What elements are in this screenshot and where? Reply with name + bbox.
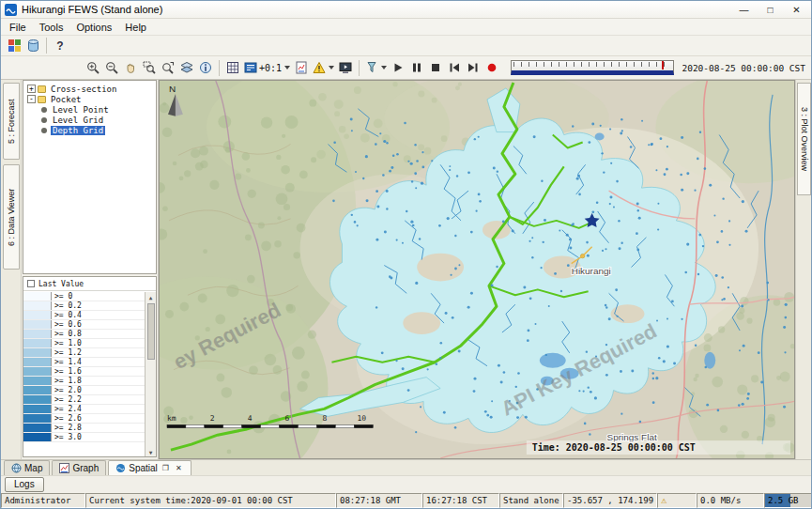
legend-row[interactable]: >= 1.6	[23, 367, 145, 377]
export-animation-button[interactable]	[363, 61, 389, 74]
layers-button[interactable]	[177, 58, 196, 77]
tree-item-level-point[interactable]: Level Point	[25, 104, 156, 115]
legend-row[interactable]: >= 0.6	[23, 320, 145, 330]
tab-data-viewer[interactable]: 6 : Data Viewer	[3, 164, 20, 270]
menu-tools[interactable]: Tools	[34, 20, 71, 35]
time-slider-marker[interactable]	[662, 61, 664, 69]
legend-row[interactable]: >= 2.4	[23, 405, 145, 414]
expand-icon[interactable]: +	[27, 85, 36, 93]
legend-label: >= 0.8	[52, 330, 82, 338]
float-panel-icon[interactable]: ❐	[161, 463, 171, 473]
toolbar-separator	[46, 38, 47, 54]
pan-hand-button[interactable]	[121, 58, 140, 77]
left-tab-strip: 5 : Forecast 6 : Data Viewer	[1, 80, 22, 459]
legend-row[interactable]: >= 2.8	[23, 424, 145, 433]
legend-label: >= 0.2	[52, 301, 82, 310]
node-dot-icon	[41, 128, 47, 133]
time-slider[interactable]	[511, 60, 674, 75]
chevron-down-icon	[381, 66, 387, 69]
chart-icon	[59, 463, 69, 473]
legend-row[interactable]: >= 2.2	[23, 395, 145, 405]
tree-item-cross-section[interactable]: + Cross-section	[25, 84, 156, 94]
menu-help[interactable]: Help	[119, 20, 154, 35]
legend-row[interactable]: >= 1.2	[23, 348, 145, 358]
legend-swatch	[23, 348, 52, 357]
tab-spatial[interactable]: Spatial ❐ ✕	[108, 460, 192, 475]
spatial-icon	[115, 463, 126, 473]
animation-display-button[interactable]	[336, 58, 355, 77]
legend-label: >= 1.2	[52, 348, 82, 357]
legend-row[interactable]: >= 2.6	[23, 414, 145, 424]
maximize-button[interactable]: □	[758, 2, 783, 18]
status-memory[interactable]: 2.5 GB	[764, 493, 812, 508]
status-warning[interactable]: ⚠	[657, 493, 697, 508]
tree-item-pocket[interactable]: - Pocket	[25, 94, 156, 104]
menu-options[interactable]: Options	[70, 20, 119, 35]
legend-row[interactable]: >= 1.4	[23, 358, 145, 367]
pause-button[interactable]	[407, 58, 426, 77]
help-button[interactable]: ?	[51, 37, 69, 55]
info-button[interactable]	[196, 58, 215, 77]
step-back-button[interactable]	[445, 58, 464, 77]
map-canvas[interactable]: ey Required API Key Required Hikurangi S…	[160, 81, 794, 458]
map-label-hikurangi: Hikurangi	[572, 266, 611, 276]
legend-row[interactable]: >= 1.0	[23, 339, 145, 348]
close-button[interactable]: ✕	[784, 2, 809, 18]
scroll-up-icon[interactable]: ▲	[149, 292, 153, 301]
legend-label: >= 2.0	[52, 386, 82, 394]
thresholds-warning-button[interactable]	[311, 61, 336, 74]
legend-row[interactable]: >= 0.4	[23, 311, 145, 320]
tab-graph[interactable]: Graph	[52, 460, 106, 475]
legend-swatch	[23, 433, 52, 441]
data-viewer-panel: + Cross-section - Pocket Level Point Lev…	[22, 80, 159, 459]
logs-button[interactable]: Logs	[5, 477, 44, 492]
tab-plot-overview[interactable]: 3 : Plot Overview	[797, 83, 811, 195]
zoom-extent-button[interactable]	[159, 58, 177, 77]
svg-text:2: 2	[210, 414, 215, 423]
current-time-label: 2020-08-25 00:00:00 CST	[682, 63, 807, 73]
legend-header: Last Value	[23, 277, 156, 291]
stop-button[interactable]	[426, 58, 445, 77]
svg-text:10: 10	[357, 414, 366, 423]
tab-forecast[interactable]: 5 : Forecast	[3, 83, 20, 160]
svg-text:8: 8	[322, 414, 327, 423]
map-time-label: Time: 2020-08-25 00:00:00 CST	[527, 440, 790, 455]
step-forward-button[interactable]	[464, 58, 483, 77]
scrollbar-thumb[interactable]	[147, 303, 155, 360]
legend-label: >= 1.0	[52, 339, 82, 347]
zoom-in-button[interactable]	[84, 58, 102, 77]
record-button[interactable]	[483, 58, 501, 77]
play-button[interactable]	[389, 58, 407, 77]
legend-row[interactable]: >= 0	[23, 292, 145, 301]
close-panel-icon[interactable]: ✕	[174, 463, 184, 473]
tree-item-level-grid[interactable]: Level Grid	[25, 115, 156, 125]
legend-row[interactable]: >= 0.8	[23, 330, 145, 339]
legend-row[interactable]: >= 2.0	[23, 386, 145, 395]
time-interval-selector[interactable]: +0:1	[242, 61, 292, 74]
profile-chart-button[interactable]	[292, 58, 311, 77]
collapse-icon[interactable]: -	[27, 95, 36, 103]
database-icon[interactable]	[23, 37, 42, 55]
tree-item-label: Level Point	[51, 105, 111, 115]
legend-scrollbar[interactable]: ▲ ▼	[145, 292, 156, 456]
tab-label: Spatial	[129, 463, 158, 473]
grid-display-button[interactable]	[223, 58, 242, 77]
legend-label: >= 0.6	[52, 320, 82, 329]
zoom-rectangle-button[interactable]	[140, 58, 159, 77]
tree-item-depth-grid[interactable]: Depth Grid	[25, 125, 156, 135]
menu-file[interactable]: File	[4, 20, 34, 35]
explorer-icon[interactable]	[5, 37, 23, 55]
tab-label: Graph	[72, 463, 99, 473]
last-value-checkbox[interactable]	[27, 280, 35, 287]
zoom-out-button[interactable]	[102, 58, 121, 77]
minimize-button[interactable]: —	[731, 2, 757, 18]
svg-text:km: km	[167, 414, 176, 423]
tab-map[interactable]: Map	[4, 460, 50, 475]
legend-row[interactable]: >= 0.2	[23, 301, 145, 311]
legend-swatch	[23, 292, 52, 301]
legend-row[interactable]: >= 3.0	[23, 433, 145, 442]
legend-row[interactable]: >= 1.8	[23, 377, 145, 386]
tab-label: Map	[24, 463, 42, 473]
map-view[interactable]: ey Required API Key Required Hikurangi S…	[159, 80, 795, 459]
scroll-down-icon[interactable]: ▼	[149, 447, 153, 456]
